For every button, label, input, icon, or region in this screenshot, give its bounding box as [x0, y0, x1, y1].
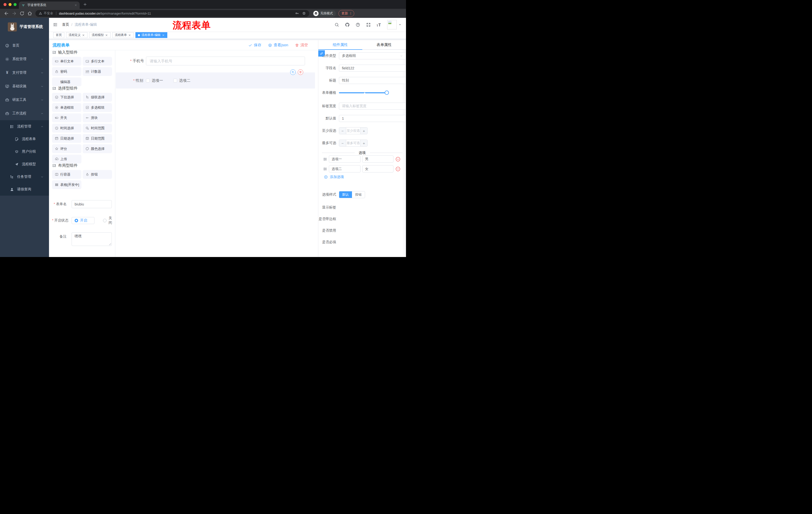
bookmark-star-icon[interactable]	[302, 11, 306, 15]
form-name-input[interactable]: biubiu	[71, 200, 112, 208]
component-type-select[interactable]: 多选框组	[339, 52, 406, 59]
option-value-input[interactable]: 女	[362, 165, 394, 172]
tag-item[interactable]: 首页	[53, 32, 64, 38]
minimize-window-button[interactable]	[8, 3, 11, 6]
github-icon[interactable]	[345, 22, 350, 27]
sidebar-item[interactable]: 研发工具	[0, 93, 49, 107]
form-grid-slider[interactable]	[339, 89, 389, 96]
selected-widget-panel[interactable]: 性别 选项一 选项二	[116, 73, 315, 88]
palette-item[interactable]: 日期选择	[52, 134, 81, 143]
palette-item[interactable]: 行容器	[52, 170, 81, 179]
palette-item[interactable]: 颜色选择	[83, 144, 112, 153]
max-select-input[interactable]: 最多可选	[346, 140, 360, 146]
tag-close-icon[interactable]	[128, 34, 131, 37]
field-name-input[interactable]: field122	[339, 64, 406, 72]
password-key-icon[interactable]	[295, 11, 299, 15]
update-chrome-button[interactable]: 更新	[339, 10, 354, 17]
stepper-decrease-button[interactable]: −	[339, 128, 346, 134]
back-icon[interactable]	[4, 11, 9, 16]
forward-icon[interactable]	[11, 11, 17, 16]
stepper-increase-button[interactable]: +	[360, 140, 367, 146]
slider-handle[interactable]	[385, 90, 389, 95]
min-select-input[interactable]: 至少应选	[346, 128, 360, 134]
palette-item[interactable]: 表格[开发中]	[52, 180, 81, 189]
sidebar-item[interactable]: 流程模型	[0, 158, 49, 170]
palette-item[interactable]: 开关	[52, 113, 81, 122]
palette-item[interactable]: 单行文本	[52, 57, 81, 65]
palette-item[interactable]: 时间选择	[52, 124, 81, 133]
tag-close-icon[interactable]	[162, 34, 165, 37]
home-icon[interactable]	[27, 11, 32, 16]
hamburger-icon[interactable]	[53, 22, 58, 27]
link-field-tag[interactable]	[318, 50, 325, 57]
style-default-button[interactable]: 默认	[339, 191, 352, 198]
sidebar-item[interactable]: ¥ 支付管理	[0, 66, 49, 79]
palette-item[interactable]: 日期范围	[83, 134, 112, 143]
browser-tab[interactable]: 芋道管理系统	[19, 1, 80, 9]
phone-field-row[interactable]: 手机号	[115, 57, 318, 65]
form-remark-textarea[interactable]: 嘿嘿	[71, 232, 112, 246]
tag-close-icon[interactable]	[105, 34, 108, 37]
font-size-icon[interactable]: TT	[377, 22, 381, 27]
tag-item[interactable]: 流程模型	[89, 32, 111, 38]
palette-item[interactable]: 多行文本	[83, 57, 112, 65]
kebab-menu-icon[interactable]	[349, 11, 352, 15]
slider-track[interactable]	[339, 92, 386, 93]
breadcrumb-home[interactable]: 首页	[62, 22, 69, 27]
tab-component-props[interactable]: 组件属性	[318, 40, 362, 49]
stepper-increase-button[interactable]: +	[360, 128, 367, 134]
view-json-button[interactable]: 查看json	[268, 43, 288, 48]
palette-item[interactable]: 时间范围	[83, 124, 112, 133]
warning-icon[interactable]	[39, 11, 42, 15]
checkbox[interactable]	[146, 79, 150, 82]
label-width-input[interactable]: 请输入标签宽度	[339, 103, 406, 110]
save-button[interactable]: 保存	[248, 43, 261, 48]
sidebar-item[interactable]: 流程管理	[0, 120, 49, 133]
title-input[interactable]: 性别	[339, 77, 406, 84]
user-avatar[interactable]	[387, 20, 397, 29]
palette-item[interactable]: 评分	[52, 144, 81, 153]
sidebar-item[interactable]: 用户分组	[0, 145, 49, 158]
close-window-button[interactable]	[3, 3, 6, 6]
search-icon[interactable]	[335, 22, 339, 27]
close-tab-icon[interactable]	[75, 4, 77, 6]
help-icon[interactable]	[355, 22, 360, 27]
drag-handle-icon[interactable]	[323, 167, 327, 171]
palette-item[interactable]: 下拉选择	[52, 93, 81, 102]
sidebar-item[interactable]: 系统管理	[0, 52, 49, 66]
palette-item[interactable]: 滑块	[83, 113, 112, 122]
gender-checkbox-option[interactable]: 选项二	[173, 78, 191, 83]
palette-item[interactable]: 密码	[52, 67, 81, 76]
checkbox[interactable]	[173, 79, 177, 82]
tag-item[interactable]: 流程表单-编辑	[136, 32, 167, 38]
palette-item[interactable]: 多选框组	[83, 103, 112, 112]
remove-option-button[interactable]	[395, 166, 401, 172]
palette-item[interactable]: 123 计数器	[83, 67, 112, 76]
fullscreen-icon[interactable]	[366, 22, 371, 27]
tag-close-icon[interactable]	[82, 34, 85, 37]
option-value-input[interactable]: 男	[362, 155, 394, 163]
reload-icon[interactable]	[19, 11, 25, 16]
chevron-down-icon[interactable]	[399, 23, 402, 26]
zoom-window-button[interactable]	[13, 3, 17, 6]
palette-item[interactable]: 按钮	[83, 170, 112, 179]
tag-item[interactable]: 流程定义	[66, 32, 87, 38]
default-value-input[interactable]: 1	[339, 115, 406, 122]
remove-option-button[interactable]	[395, 156, 401, 162]
copy-widget-button[interactable]	[290, 70, 296, 75]
tag-item[interactable]: 流程表单	[112, 32, 134, 38]
palette-item[interactable]: 编辑器	[52, 77, 81, 86]
sidebar-item[interactable]: 工作流程	[0, 107, 49, 120]
sidebar-item[interactable]: 流程表单	[0, 133, 49, 145]
sidebar-item[interactable]: 任务管理	[0, 170, 49, 183]
drag-handle-icon[interactable]	[323, 157, 327, 161]
stepper-decrease-button[interactable]: −	[339, 140, 346, 146]
palette-item[interactable]: 上传	[52, 155, 81, 163]
status-radio-off[interactable]: 关闭	[103, 216, 112, 225]
delete-widget-button[interactable]	[298, 70, 303, 75]
palette-item[interactable]: 单选框组	[52, 103, 81, 112]
add-option-button[interactable]: 添加选项	[324, 175, 406, 179]
status-radio-on[interactable]: 开启	[71, 217, 94, 224]
new-tab-button[interactable]	[83, 2, 87, 6]
tab-form-props[interactable]: 表单属性	[362, 40, 406, 49]
